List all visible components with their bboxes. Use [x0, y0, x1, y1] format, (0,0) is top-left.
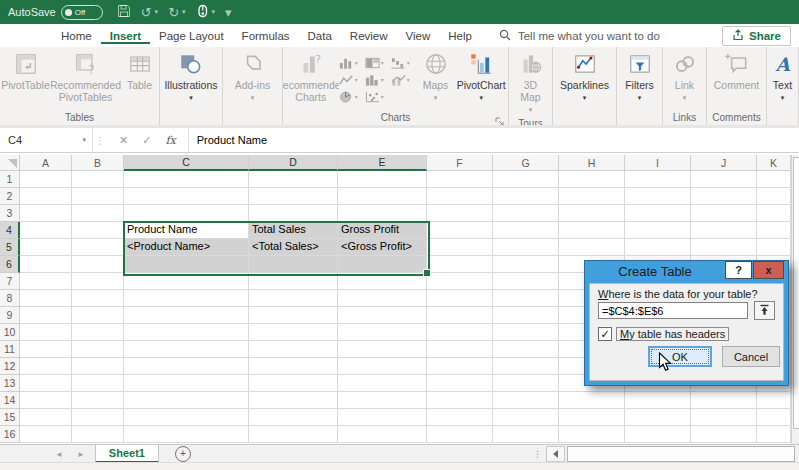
add-ins-button[interactable]: Add-ins▾ [233, 50, 273, 105]
cell-A11[interactable] [20, 341, 72, 358]
cell-K14[interactable] [757, 392, 791, 409]
cell-E7[interactable] [338, 273, 427, 290]
cell-D4[interactable] [249, 222, 338, 239]
horizontal-scrollbar-thumb[interactable] [567, 446, 795, 462]
cell-G14[interactable] [493, 392, 559, 409]
cell-E2[interactable] [338, 188, 427, 205]
cell-B2[interactable] [72, 188, 124, 205]
cell-D2[interactable] [249, 188, 338, 205]
cell-I3[interactable] [625, 205, 691, 222]
cell-G3[interactable] [493, 205, 559, 222]
cell-F16[interactable] [427, 426, 493, 443]
undo-icon[interactable]: ↺ [141, 6, 152, 19]
customize-quick-access-icon[interactable]: ▾ [225, 6, 232, 19]
column-header-K[interactable]: K [757, 155, 791, 171]
cell-A10[interactable] [20, 324, 72, 341]
cell-F3[interactable] [427, 205, 493, 222]
cell-A3[interactable] [20, 205, 72, 222]
cell-B8[interactable] [72, 290, 124, 307]
headers-checkbox[interactable]: ✓ [598, 327, 612, 341]
tab-formulas[interactable]: Formulas [233, 27, 299, 44]
cell-A4[interactable] [20, 222, 72, 239]
row-header-8[interactable]: 8 [0, 290, 20, 307]
tab-review[interactable]: Review [341, 27, 397, 44]
row-header-9[interactable]: 9 [0, 307, 20, 324]
cell-E12[interactable] [338, 358, 427, 375]
tab-view[interactable]: View [397, 27, 440, 44]
autosave-toggle[interactable]: AutoSave Off [8, 5, 103, 20]
cell-J15[interactable] [691, 409, 757, 426]
cell-B16[interactable] [72, 426, 124, 443]
column-header-H[interactable]: H [559, 155, 625, 171]
cell-B4[interactable] [72, 222, 124, 239]
cell-E8[interactable] [338, 290, 427, 307]
tell-me-box[interactable]: Tell me what you want to do [499, 29, 660, 43]
cell-E13[interactable] [338, 375, 427, 392]
cell-F4[interactable] [427, 222, 493, 239]
cell-D13[interactable] [249, 375, 338, 392]
row-header-1[interactable]: 1 [0, 171, 20, 188]
cell-B7[interactable] [72, 273, 124, 290]
sheet-tab-sheet1[interactable]: Sheet1 [95, 445, 159, 463]
formula-bar-splitter[interactable]: ⋮ [93, 128, 107, 152]
cell-D5[interactable] [249, 239, 338, 256]
cell-A8[interactable] [20, 290, 72, 307]
cell-K16[interactable] [757, 426, 791, 443]
select-all-corner[interactable] [0, 155, 20, 171]
vertical-scrollbar-thumb[interactable] [793, 157, 799, 429]
cell-E14[interactable] [338, 392, 427, 409]
row-header-15[interactable]: 15 [0, 409, 20, 426]
text-button[interactable]: AText▾ [768, 50, 798, 105]
column-header-C[interactable]: C [124, 155, 249, 171]
cell-A15[interactable] [20, 409, 72, 426]
cell-A6[interactable] [20, 256, 72, 273]
insert-function-icon[interactable]: fx [165, 134, 175, 147]
column-chart-icon[interactable] [339, 54, 365, 71]
cell-K4[interactable] [757, 222, 791, 239]
column-header-A[interactable]: A [20, 155, 72, 171]
cell-D1[interactable] [249, 171, 338, 188]
cell-F13[interactable] [427, 375, 493, 392]
cell-K1[interactable] [757, 171, 791, 188]
cell-C13[interactable] [124, 375, 249, 392]
row-header-5[interactable]: 5 [0, 239, 20, 256]
filters-button[interactable]: Filters▾ [619, 50, 661, 105]
cell-A9[interactable] [20, 307, 72, 324]
redo-icon-dropdown[interactable]: ▾ [182, 8, 186, 16]
cell-E4[interactable] [338, 222, 427, 239]
comment-button[interactable]: Comment [710, 50, 764, 92]
cell-J16[interactable] [691, 426, 757, 443]
ok-button[interactable]: OK [648, 346, 712, 367]
cell-F8[interactable] [427, 290, 493, 307]
line-chart-icon[interactable] [339, 71, 365, 88]
autosave-pill[interactable]: Off [61, 5, 103, 20]
cell-B10[interactable] [72, 324, 124, 341]
table-button[interactable]: Table [121, 50, 159, 92]
cell-K15[interactable] [757, 409, 791, 426]
name-box-dropdown-icon[interactable]: ▾ [82, 136, 86, 144]
cell-G10[interactable] [493, 324, 559, 341]
column-header-E[interactable]: E [338, 155, 427, 171]
cell-C5[interactable] [124, 239, 249, 256]
cell-G7[interactable] [493, 273, 559, 290]
active-cell[interactable] [125, 223, 248, 238]
cell-E1[interactable] [338, 171, 427, 188]
tab-help[interactable]: Help [439, 27, 481, 44]
cell-E11[interactable] [338, 341, 427, 358]
cell-H16[interactable] [559, 426, 625, 443]
cell-A14[interactable] [20, 392, 72, 409]
cell-A7[interactable] [20, 273, 72, 290]
cell-C10[interactable] [124, 324, 249, 341]
cell-E10[interactable] [338, 324, 427, 341]
cell-B3[interactable] [72, 205, 124, 222]
cell-H5[interactable] [559, 239, 625, 256]
cell-C15[interactable] [124, 409, 249, 426]
pivottable-button[interactable]: PivotTable [1, 50, 51, 92]
column-header-D[interactable]: D [249, 155, 338, 171]
row-header-14[interactable]: 14 [0, 392, 20, 409]
undo-icon-dropdown[interactable]: ▾ [155, 8, 159, 16]
treemap-chart-icon[interactable] [365, 54, 391, 71]
cell-F2[interactable] [427, 188, 493, 205]
link-button[interactable]: Link▾ [668, 50, 702, 105]
dialog-title-bar[interactable]: Create Table ? x [585, 261, 788, 283]
